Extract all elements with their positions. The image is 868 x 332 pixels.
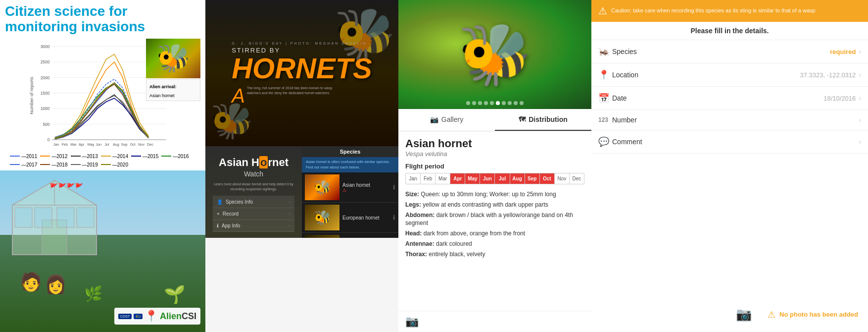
month-feb: Feb (421, 173, 435, 184)
tab-distribution[interactable]: 🗺 Distribution (495, 109, 591, 131)
comment-field-icon: 💬 (598, 136, 612, 147)
species-field-label: Species (612, 48, 830, 55)
distribution-label: Distribution (529, 115, 568, 123)
form-title: Please fill in the details. (591, 22, 868, 40)
tab-gallery[interactable]: 📷 Gallery (398, 109, 495, 131)
no-photo-section: 📷 ⚠ No photo has been added (736, 307, 858, 322)
abdomen-desc: Abdomen: dark brown / black with a yello… (405, 211, 584, 228)
dot-10 (520, 101, 524, 105)
flight-period-label: Flight period (405, 163, 584, 170)
species-card-asian[interactable]: 🐝 Asian hornet ⚠ ℹ (302, 172, 398, 203)
app-panel: Asian Hornet Watch Learn more about Asia… (205, 146, 398, 238)
dot-6 (496, 101, 500, 105)
dot-2 (472, 101, 476, 105)
svg-text:500: 500 (43, 121, 49, 126)
form-bottom: 📷 ⚠ No photo has been added (591, 154, 868, 332)
garden-section: 🧑 👩 🚩🚩🚩🚩 🌿 🌱 COST EU 📍 AlienCSI (0, 170, 205, 332)
comment-chevron: › (859, 138, 861, 146)
location-field-icon: 📍 (598, 69, 612, 80)
species-info-panel: Asian hornet Vespa velutina Flight perio… (398, 131, 591, 311)
page-title: Citizen science for monitoring invasions (5, 4, 200, 35)
photo-dots (466, 101, 524, 105)
form-field-number[interactable]: 123 Number › (591, 110, 868, 130)
month-sep: Sep (525, 173, 540, 184)
species-card-woodwasp[interactable]: 🐛 Giant Woodwasp / Greater Horntail ℹ (302, 233, 398, 238)
svg-text:Aug: Aug (113, 142, 119, 147)
svg-text:Feb: Feb (61, 142, 68, 147)
asian-hornet-img: 🐝 (305, 174, 339, 200)
middle-panel: 🐝 🐝 G. J. Bigg's Day | Photo: Meghan Dre… (205, 0, 398, 332)
month-mar: Mar (435, 173, 450, 184)
svg-text:Jul: Jul (104, 142, 109, 147)
svg-text:Apr: Apr (79, 142, 85, 147)
species-info-text: Asian hornet is often confused with simi… (306, 160, 394, 170)
form-field-species[interactable]: 🦗 Species required › (591, 40, 868, 63)
species-field-value: required (830, 48, 856, 55)
asian-hornet-warning: ⚠ (342, 188, 390, 193)
chart-legend: —2011 —2012 —2013 —2014 —2015 —2016 —201… (5, 153, 200, 168)
dot-9 (514, 101, 518, 105)
svg-rect-33 (35, 208, 52, 227)
date-field-icon: 📅 (598, 93, 612, 104)
magazine-panel: 🐝 🐝 G. J. Bigg's Day | Photo: Meghan Dre… (205, 0, 398, 146)
gallery-label: Gallery (441, 115, 463, 123)
flight-months: Jan Feb Mar Apr May Jun Jul Aug Sep Oct … (405, 173, 584, 184)
left-panel: Citizen science for monitoring invasions… (0, 0, 205, 332)
app-menu-species[interactable]: 👤 Species Info › (213, 196, 294, 208)
asian-hornet-name: Asian hornet (342, 182, 390, 188)
month-apr: Apr (450, 173, 465, 184)
number-field-label: Number (612, 116, 856, 124)
legs-desc: Legs: yellow at ends contrasting with da… (405, 201, 584, 209)
european-hornet-img: 🐝 (305, 205, 339, 230)
species-card-european[interactable]: 🐝 European hornet ℹ (302, 203, 398, 233)
alien-arrival-subtitle: Asian hornet (149, 93, 175, 98)
camera-bottom-icon: 📷 (736, 307, 752, 322)
chart-area: 🐝 Alien arrival: Asian hornet Number of … (0, 37, 205, 170)
month-dec: Dec (570, 173, 584, 184)
svg-text:1500: 1500 (41, 91, 50, 96)
svg-text:3000: 3000 (41, 44, 50, 49)
species-chevron: › (859, 48, 861, 55)
svg-text:1000: 1000 (41, 106, 50, 111)
app-menu-record[interactable]: + Record › (213, 208, 294, 220)
svg-rect-34 (57, 208, 74, 227)
comment-field-label: Comment (612, 138, 856, 146)
species-field-icon: 🦗 (598, 46, 612, 57)
dot-4 (484, 101, 488, 105)
species-latin-name: Vespa velutina (405, 150, 584, 158)
svg-rect-35 (77, 208, 94, 227)
distribution-icon: 🗺 (519, 115, 526, 123)
center-right-panel: 🐝 📷 Gallery 🗺 Distribution Asian hornet (398, 0, 591, 332)
chart-container: 🐝 Alien arrival: Asian hornet Number of … (5, 39, 200, 153)
svg-text:Sep: Sep (121, 142, 128, 147)
alien-arrival-label: Alien arrival: (149, 84, 177, 89)
svg-text:Dec: Dec (147, 142, 153, 147)
month-oct: Oct (540, 173, 555, 184)
gallery-tabs: 📷 Gallery 🗺 Distribution (398, 109, 591, 131)
date-field-value: 18/10/2016 (823, 95, 856, 102)
svg-text:2500: 2500 (41, 59, 50, 64)
caution-icon: ⚠ (598, 5, 607, 17)
dot-5 (490, 101, 494, 105)
date-field-label: Date (612, 94, 823, 102)
svg-rect-32 (15, 208, 32, 227)
svg-text:Jan: Jan (53, 142, 59, 147)
form-field-date[interactable]: 📅 Date 18/10/2016 › (591, 87, 868, 110)
dot-8 (508, 101, 512, 105)
location-field-label: Location (612, 71, 800, 79)
species-header: Species (302, 146, 398, 157)
species-common-name: Asian hornet (405, 137, 584, 150)
garden-image: 🧑 👩 🚩🚩🚩🚩 🌿 🌱 COST EU 📍 AlienCSI (0, 170, 205, 332)
form-field-location[interactable]: 📍 Location 37.3323, -122.0312 › (591, 63, 868, 87)
form-field-comment[interactable]: 💬 Comment › (591, 130, 868, 154)
app-menu-info[interactable]: ℹ App Info › (213, 220, 294, 232)
number-chevron: › (859, 116, 861, 124)
svg-text:Mar: Mar (70, 142, 77, 147)
svg-text:Nov: Nov (138, 142, 145, 147)
svg-text:2000: 2000 (41, 75, 50, 80)
location-chevron: › (859, 71, 861, 79)
month-jul: Jul (495, 173, 510, 184)
month-nov: Nov (555, 173, 570, 184)
app-description: Learn more about Asian hornet and help d… (213, 182, 294, 192)
caution-text: Caution: take care when recording this s… (611, 7, 816, 14)
